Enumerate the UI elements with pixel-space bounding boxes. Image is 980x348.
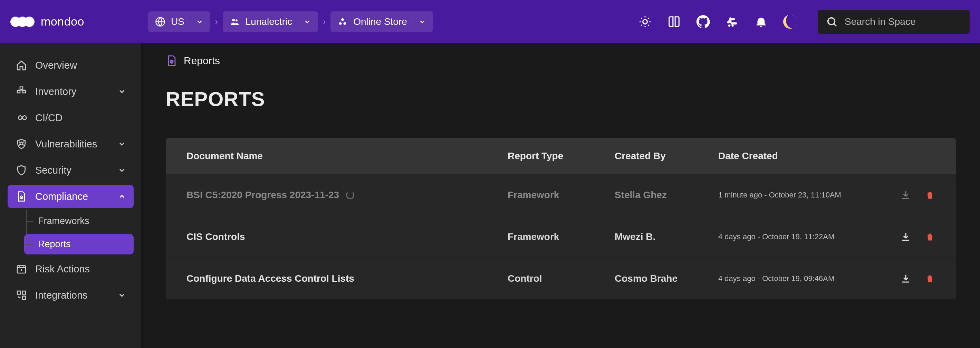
table-row[interactable]: Configure Data Access Control Lists Cont…	[166, 257, 956, 299]
sidebar-item-label: Integrations	[35, 290, 88, 301]
sidebar-item-overview[interactable]: Overview	[8, 54, 134, 77]
cell-document: BSI C5:2020 Progress 2023-11-23	[186, 189, 339, 200]
svg-point-5	[344, 22, 346, 25]
header-date: Date Created	[718, 151, 891, 162]
docs-icon[interactable]	[667, 15, 681, 29]
people-icon	[230, 17, 240, 27]
sidebar-item-compliance[interactable]: Compliance	[8, 185, 134, 208]
download-button[interactable]	[900, 273, 911, 284]
calendar-alert-icon	[15, 263, 28, 275]
header-document: Document Name	[186, 151, 508, 162]
sidebar-subitem-reports[interactable]: Reports	[24, 234, 134, 254]
cell-type: Control	[508, 273, 615, 284]
sidebar-item-label: Overview	[35, 60, 77, 71]
compliance-subitems: Frameworks Reports	[24, 211, 134, 254]
svg-rect-9	[17, 91, 20, 93]
header-actions	[638, 15, 797, 29]
sidebar-item-vulnerabilities[interactable]: Vulnerabilities	[8, 132, 134, 156]
slack-icon[interactable]	[725, 15, 739, 29]
delete-button[interactable]	[925, 232, 935, 242]
chevron-up-icon	[118, 192, 126, 200]
chevron-down-icon	[418, 18, 426, 25]
space-label: Online Store	[353, 16, 407, 27]
globe-icon	[155, 17, 165, 27]
reports-icon	[166, 55, 178, 67]
search-icon	[826, 16, 838, 28]
cell-document: Configure Data Access Control Lists	[186, 273, 354, 284]
table-row[interactable]: CIS Controls Framework Mwezi B. 4 days a…	[166, 216, 956, 257]
cell-creator: Stella Ghez	[615, 189, 718, 200]
svg-point-3	[341, 18, 344, 21]
cell-type: Framework	[508, 231, 615, 242]
sidebar-item-integrations[interactable]: Integrations	[8, 283, 134, 307]
breadcrumb-separator: ›	[323, 17, 326, 27]
region-label: US	[171, 16, 185, 27]
sidebar-subitem-frameworks[interactable]: Frameworks	[24, 211, 134, 231]
sidebar-item-inventory[interactable]: Inventory	[8, 80, 134, 103]
bug-shield-icon	[15, 138, 28, 150]
page-breadcrumb: Reports	[166, 55, 956, 67]
chevron-down-icon	[118, 140, 126, 148]
user-avatar[interactable]	[783, 15, 797, 29]
svg-point-1	[232, 19, 235, 21]
sidebar-item-label: Compliance	[35, 191, 88, 202]
table-row[interactable]: BSI C5:2020 Progress 2023-11-23 Framewor…	[166, 174, 956, 216]
cell-date: 4 days ago - October 19, 11:22AM	[718, 232, 891, 242]
divider	[190, 17, 190, 27]
sidebar-item-risk-actions[interactable]: Risk Actions	[8, 257, 134, 281]
svg-point-11	[20, 142, 23, 145]
github-icon[interactable]	[696, 15, 710, 29]
sidebar-item-label: Inventory	[35, 86, 76, 97]
theme-toggle-icon[interactable]	[638, 15, 652, 29]
header-type: Report Type	[508, 151, 615, 162]
cell-type: Framework	[508, 189, 615, 200]
search-box[interactable]	[818, 10, 970, 34]
svg-point-2	[235, 19, 237, 21]
sidebar-item-label: CI/CD	[35, 112, 62, 124]
chevron-down-icon	[118, 291, 126, 299]
sidebar-item-cicd[interactable]: CI/CD	[8, 106, 134, 129]
integrations-icon	[15, 289, 28, 301]
svg-point-6	[643, 19, 648, 24]
cell-creator: Cosmo Brahe	[615, 273, 718, 284]
sidebar-item-label: Vulnerabilities	[35, 138, 97, 150]
space-selector[interactable]: Online Store	[331, 11, 433, 32]
reports-table: Document Name Report Type Created By Dat…	[166, 138, 956, 299]
svg-rect-10	[23, 91, 25, 93]
svg-rect-8	[20, 87, 23, 89]
spinner-icon	[346, 191, 354, 199]
breadcrumb: US › Lunalectric › Online Store	[148, 11, 433, 32]
sidebar-item-security[interactable]: Security	[8, 159, 134, 182]
svg-rect-14	[17, 291, 21, 294]
sidebar-item-label: Risk Actions	[35, 264, 90, 275]
space-icon	[337, 17, 348, 27]
cell-date: 1 minute ago - October 23, 11:10AM	[718, 191, 891, 200]
shield-icon	[15, 164, 28, 176]
main-content: Reports REPORTS Document Name Report Typ…	[142, 43, 980, 348]
home-icon	[15, 59, 28, 72]
notifications-icon[interactable]	[754, 15, 768, 29]
table-header: Document Name Report Type Created By Dat…	[166, 138, 956, 174]
org-label: Lunalectric	[245, 16, 292, 27]
compliance-icon	[15, 190, 28, 203]
download-button[interactable]	[900, 190, 911, 200]
download-button[interactable]	[900, 232, 911, 242]
logo-icon	[10, 17, 35, 27]
brand-name: mondoo	[41, 15, 84, 28]
chevron-down-icon	[118, 166, 126, 174]
delete-button[interactable]	[925, 273, 935, 284]
search-input[interactable]	[845, 16, 961, 27]
divider	[298, 17, 298, 27]
cell-document: CIS Controls	[186, 231, 245, 242]
chevron-down-icon	[304, 18, 311, 25]
brand-logo[interactable]: mondoo	[10, 15, 84, 28]
region-selector[interactable]: US	[148, 11, 210, 32]
sidebar: Overview Inventory CI/CD Vulnerabilities	[0, 43, 142, 348]
svg-rect-15	[22, 296, 25, 299]
divider	[413, 17, 413, 27]
page-title: REPORTS	[166, 87, 956, 110]
cell-creator: Mwezi B.	[615, 231, 718, 242]
svg-point-4	[339, 22, 342, 25]
org-selector[interactable]: Lunalectric	[223, 11, 318, 32]
delete-button[interactable]	[925, 190, 935, 200]
